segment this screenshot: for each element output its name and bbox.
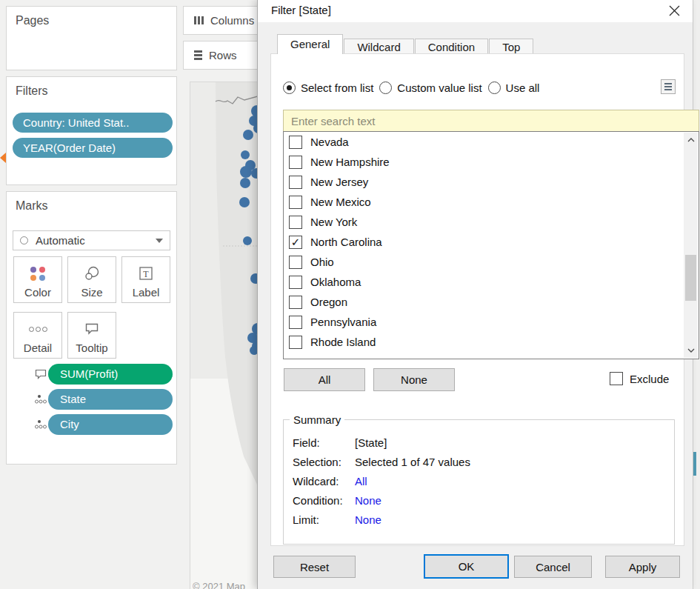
state-checkbox[interactable] xyxy=(289,216,302,229)
none-button[interactable]: None xyxy=(373,368,455,391)
svg-text:T: T xyxy=(143,269,149,279)
reset-button[interactable]: Reset xyxy=(273,556,356,578)
detail-icon xyxy=(33,419,48,430)
summary-value-link[interactable]: All xyxy=(355,475,367,487)
exclude-checkbox[interactable] xyxy=(610,372,623,385)
rows-shelf-label: Rows xyxy=(209,49,237,61)
cancel-button[interactable]: Cancel xyxy=(514,556,592,578)
tab-wildcard[interactable]: Wildcard xyxy=(344,39,413,54)
search-input[interactable] xyxy=(283,110,699,132)
tooltip-icon xyxy=(84,319,99,339)
filter-pill[interactable]: Country: United Stat.. xyxy=(13,113,173,133)
summary-groupbox: Summary Field:[State]Selection:Selected … xyxy=(283,419,675,545)
radio-use-all[interactable]: Use all xyxy=(488,81,540,94)
state-list-item[interactable]: New Hampshire xyxy=(284,152,699,172)
tab-condition[interactable]: Condition xyxy=(415,39,488,54)
state-list-item[interactable]: Oklahoma xyxy=(284,272,699,292)
state-checkbox[interactable] xyxy=(289,196,302,209)
chevron-down-icon[interactable] xyxy=(156,239,163,243)
state-list-item[interactable]: New Mexico xyxy=(284,192,699,212)
state-list-item[interactable]: Ohio xyxy=(284,252,699,272)
marks-title: Marks xyxy=(16,199,176,213)
mark-type-dropdown[interactable]: Automatic xyxy=(13,230,170,250)
radio-icon[interactable] xyxy=(283,81,296,94)
ok-button[interactable]: OK xyxy=(424,554,509,579)
summary-label: Wildcard: xyxy=(293,475,355,487)
city-dot-mark[interactable] xyxy=(239,197,250,207)
exclude-label: Exclude xyxy=(630,373,669,385)
radio-select-from-list[interactable]: Select from list xyxy=(283,81,373,94)
state-list-item[interactable]: New York xyxy=(284,212,699,232)
state-checkbox[interactable] xyxy=(289,316,302,329)
state-checkbox[interactable] xyxy=(289,156,302,169)
summary-value-link[interactable]: None xyxy=(355,494,381,507)
city-dot-mark[interactable] xyxy=(243,236,252,245)
scrollbar-thumb[interactable] xyxy=(685,255,696,301)
pages-title: Pages xyxy=(16,14,176,27)
marks-pill[interactable]: City xyxy=(48,414,173,435)
state-checkbox[interactable] xyxy=(289,336,302,349)
radio-custom-value-list[interactable]: Custom value list xyxy=(379,81,481,94)
city-dot-mark[interactable] xyxy=(240,178,250,188)
all-button[interactable]: All xyxy=(284,368,365,391)
automatic-shape-icon xyxy=(20,236,28,244)
radio-icon[interactable] xyxy=(488,81,501,94)
summary-value: [State] xyxy=(355,436,387,449)
tooltip-button[interactable]: Tooltip xyxy=(67,312,116,359)
state-checkbox[interactable] xyxy=(289,276,302,289)
state-label: Ohio xyxy=(310,256,334,268)
dialog-tabs: GeneralWildcardConditionTop xyxy=(277,34,534,54)
scroll-down-icon[interactable] xyxy=(684,343,698,358)
tooltip-button-label: Tooltip xyxy=(76,342,107,354)
state-checkbox[interactable] xyxy=(289,176,302,189)
radio-label: Custom value list xyxy=(397,81,481,94)
state-checkbox[interactable] xyxy=(289,256,302,269)
mark-type-label: Automatic xyxy=(36,234,156,247)
radio-label: Select from list xyxy=(301,81,373,94)
state-checkbox[interactable] xyxy=(289,136,302,149)
summary-row: Limit:None xyxy=(293,513,381,526)
state-label: Rhode Island xyxy=(310,336,376,348)
radio-icon[interactable] xyxy=(379,81,392,94)
state-checkbox[interactable] xyxy=(289,296,302,309)
scrollbar[interactable] xyxy=(684,133,698,358)
city-dot-mark[interactable] xyxy=(240,166,252,178)
exclude-option[interactable]: Exclude xyxy=(610,372,669,385)
city-dot-mark[interactable] xyxy=(241,150,250,159)
tableau-workspace: Pages Filters Country: United Stat..YEAR… xyxy=(0,0,700,589)
close-icon[interactable] xyxy=(667,3,681,18)
state-list-item[interactable]: Pennsylvania xyxy=(284,312,699,332)
state-list-item[interactable]: Oregon xyxy=(284,292,699,312)
color-button[interactable]: Color xyxy=(13,256,62,303)
list-menu-icon[interactable] xyxy=(661,79,676,94)
state-list-item[interactable]: Nevada xyxy=(284,132,699,152)
filters-pill-list: Country: United Stat..YEAR(Order Date) xyxy=(13,113,173,163)
state-list-item[interactable]: New Jersey xyxy=(284,172,699,192)
size-icon xyxy=(84,264,100,283)
map-view[interactable] xyxy=(190,81,257,589)
summary-value-link[interactable]: None xyxy=(355,513,381,526)
tab-general[interactable]: General xyxy=(277,34,343,54)
city-dot-mark[interactable] xyxy=(243,130,253,140)
detail-button[interactable]: Detail xyxy=(13,312,62,359)
dialog-titlebar[interactable]: Filter [State] xyxy=(258,0,693,22)
state-checkbox[interactable]: ✓ xyxy=(289,236,302,249)
apply-button[interactable]: Apply xyxy=(605,556,680,578)
tab-top[interactable]: Top xyxy=(489,39,533,54)
selection-mode-radios: Select from listCustom value listUse all xyxy=(283,79,545,96)
filter-pill[interactable]: YEAR(Order Date) xyxy=(13,138,173,158)
marks-pill[interactable]: SUM(Profit) xyxy=(48,364,173,385)
marks-pill[interactable]: State xyxy=(48,389,173,410)
size-button-label: Size xyxy=(81,286,102,299)
state-label: New Jersey xyxy=(310,176,368,188)
scroll-up-icon[interactable] xyxy=(684,133,698,147)
state-list[interactable]: NevadaNew HampshireNew JerseyNew MexicoN… xyxy=(283,131,699,359)
pages-shelf: Pages xyxy=(6,6,177,70)
state-label: New York xyxy=(310,216,357,228)
label-button[interactable]: T Label xyxy=(121,256,170,303)
color-icon xyxy=(30,264,46,283)
size-button[interactable]: Size xyxy=(67,256,116,303)
state-list-item[interactable]: ✓North Carolina xyxy=(284,232,699,252)
state-list-item[interactable]: Rhode Island xyxy=(284,332,699,352)
marks-pill-row: City xyxy=(7,414,178,435)
